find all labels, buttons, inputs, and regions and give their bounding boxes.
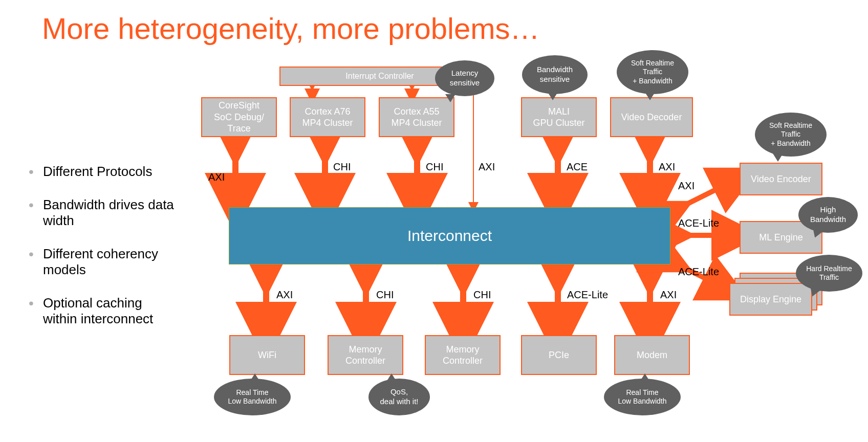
bubble-high-bw: High Bandwidth [798, 197, 858, 233]
bubble-label: Real Time Low Bandwidth [228, 388, 277, 406]
bubble-real-time-low-bw-modem: Real Time Low Bandwidth [604, 379, 681, 415]
coresight-block: CoreSight SoC Debug/ Trace [201, 97, 277, 137]
bullet-item: Bandwidth drives data width [26, 197, 179, 229]
block-label: Interrupt Controller [345, 71, 414, 81]
interconnect-block: Interconnect [229, 207, 670, 264]
block-label: ML Engine [759, 232, 802, 244]
block-label: Cortex A55 MP4 Cluster [391, 106, 442, 129]
bubble-soft-rt-bw-right: Soft Realtime Traffic + Bandwidth [755, 113, 827, 157]
video-encoder-block: Video Encoder [740, 163, 822, 195]
bullet-item: Different Protocols [26, 164, 179, 180]
bubble-label: Bandwidth sensitive [537, 65, 573, 84]
block-label: Memory Controller [443, 344, 483, 367]
bubble-qos: QoS, deal with it! [368, 379, 430, 415]
proto-label-chi: CHI [376, 289, 394, 301]
display-engine-block: Display Engine [729, 283, 812, 316]
block-label: Cortex A76 MP4 Cluster [302, 106, 353, 129]
pcie-block: PCIe [521, 335, 597, 375]
bullet-item: Different coherency models [26, 246, 179, 278]
bubble-label: Latency sensitive [450, 69, 480, 88]
bubble-label: Soft Realtime Traffic + Bandwidth [631, 59, 674, 86]
proto-label-chi: CHI [426, 161, 443, 173]
proto-label-ace-lite: ACE-Lite [678, 217, 719, 229]
cortex-a76-block: Cortex A76 MP4 Cluster [290, 97, 365, 137]
proto-label-axi: AXI [479, 161, 495, 173]
block-label: Display Engine [740, 294, 801, 305]
block-label: Memory Controller [345, 344, 385, 367]
proto-label-axi: AXI [659, 161, 675, 173]
proto-label-chi: CHI [473, 289, 491, 301]
bubble-latency-sensitive: Latency sensitive [435, 60, 494, 96]
bubble-soft-rt-bw-top: Soft Realtime Traffic + Bandwidth [617, 50, 688, 94]
proto-label-axi: AXI [678, 180, 695, 192]
bubble-label: High Bandwidth [810, 205, 846, 225]
bubble-hard-rt: Hard Realtime Traffic [796, 255, 862, 292]
bullet-item: Optional caching within interconnect [26, 295, 179, 327]
block-label: PCIe [549, 349, 569, 361]
proto-label-chi: CHI [333, 161, 351, 173]
modem-block: Modem [614, 335, 690, 375]
wifi-block: WiFi [229, 335, 305, 375]
block-label: Video Decoder [621, 112, 682, 123]
video-decoder-block: Video Decoder [610, 97, 693, 137]
proto-label-ace-lite: ACE-Lite [567, 289, 608, 301]
bubble-real-time-low-bw-wifi: Real Time Low Bandwidth [214, 379, 291, 415]
proto-label-axi: AXI [276, 289, 293, 301]
block-label: CoreSight SoC Debug/ Trace [214, 100, 264, 135]
slide: More heterogeneity, more problems… Diffe… [0, 0, 868, 442]
bubble-bandwidth-sensitive: Bandwidth sensitive [522, 55, 588, 94]
mali-gpu-block: MALI GPU Cluster [521, 97, 597, 137]
bullet-list: Different Protocols Bandwidth drives dat… [26, 164, 179, 344]
proto-label-ace-lite: ACE-Lite [678, 266, 719, 278]
block-label: WiFi [258, 349, 276, 361]
memory-controller-block-1: Memory Controller [328, 335, 403, 375]
bubble-label: Real Time Low Bandwidth [618, 388, 667, 406]
proto-label-axi: AXI [660, 289, 677, 301]
proto-label-axi: AXI [208, 171, 225, 183]
block-label: MALI GPU Cluster [533, 106, 584, 129]
block-label: Modem [637, 349, 667, 361]
block-label: Video Encoder [751, 173, 811, 185]
slide-title: More heterogeneity, more problems… [42, 11, 539, 46]
proto-label-ace: ACE [567, 161, 588, 173]
memory-controller-block-2: Memory Controller [425, 335, 501, 375]
cortex-a55-block: Cortex A55 MP4 Cluster [379, 97, 454, 137]
bubble-label: QoS, deal with it! [380, 387, 418, 407]
bubble-label: Hard Realtime Traffic [806, 264, 852, 282]
bubble-label: Soft Realtime Traffic + Bandwidth [769, 121, 812, 148]
